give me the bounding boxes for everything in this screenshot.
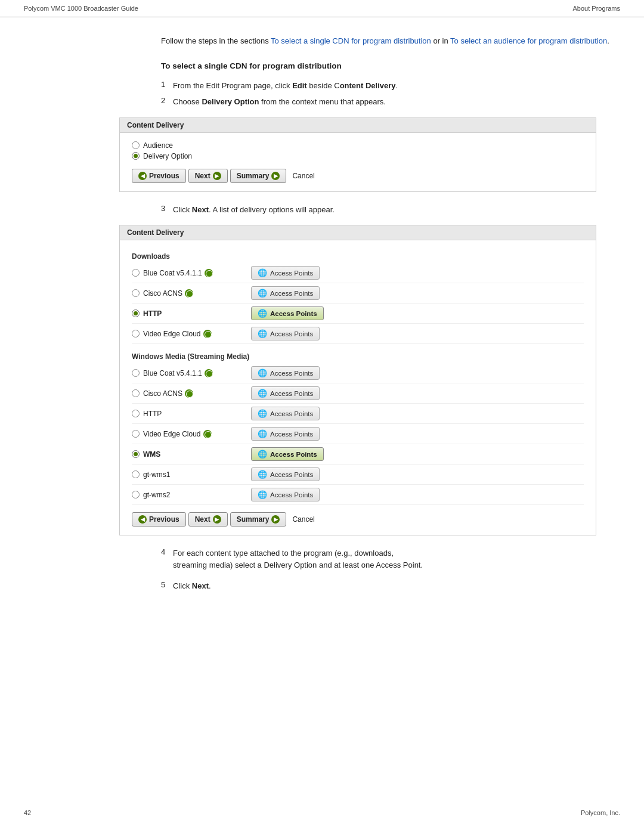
dl-vec-radio[interactable]: Video Edge Cloud xyxy=(132,330,251,338)
wm-cisco-access-btn[interactable]: 🌐 Access Points xyxy=(251,386,320,400)
delivery-row-gt-wms2: gt-wms2 🌐 Access Points xyxy=(132,485,584,505)
wm-http-access-btn[interactable]: 🌐 Access Points xyxy=(251,407,320,420)
step-4-num: 4 xyxy=(161,547,173,556)
dl-bluecoat-tree-icon: 🌐 xyxy=(258,268,267,277)
gt-wms2-access-btn[interactable]: 🌐 Access Points xyxy=(251,488,320,501)
step-4-container: 4 For each content type attached to the … xyxy=(161,547,620,571)
downloads-label: Downloads xyxy=(132,249,584,263)
panel-2-next-button[interactable]: Next ▶ xyxy=(188,512,228,527)
gt-wms2-radio[interactable]: gt-wms2 xyxy=(132,491,251,499)
gt-wms2-access-label: Access Points xyxy=(270,491,313,498)
panel-1-title: Content Delivery xyxy=(120,118,596,133)
dl-vec-access-btn[interactable]: 🌐 Access Points xyxy=(251,327,320,340)
panel-2-cancel-button[interactable]: Cancel xyxy=(292,515,314,524)
step-3-text: Click Next. A list of delivery options w… xyxy=(173,204,620,216)
dl-vec-label: Video Edge Cloud xyxy=(143,330,201,338)
header-left: Polycom VMC 1000 Broadcaster Guide xyxy=(24,5,138,12)
dl-cisco-access-btn[interactable]: 🌐 Access Points xyxy=(251,286,320,300)
wms-access-label: Access Points xyxy=(270,451,317,458)
wm-bluecoat-tree-icon: 🌐 xyxy=(258,368,267,377)
dl-http-circle xyxy=(132,309,140,317)
panel-2-summary-label: Summary xyxy=(237,515,270,524)
panel-2-previous-button[interactable]: ◀ Previous xyxy=(132,512,186,527)
panel2-next-icon: ▶ xyxy=(213,515,221,524)
wm-vec-radio[interactable]: Video Edge Cloud xyxy=(132,430,251,438)
wms-tree-icon: 🌐 xyxy=(258,450,267,459)
wm-bluecoat-access-btn[interactable]: 🌐 Access Points xyxy=(251,366,320,380)
wm-http-access-label: Access Points xyxy=(270,410,313,417)
wm-cisco-globe-icon xyxy=(185,389,193,398)
content-delivery-panel-2: Content Delivery Downloads Blue Coat v5.… xyxy=(119,225,596,535)
summary-icon: ▶ xyxy=(271,172,280,180)
dl-http-access-btn[interactable]: 🌐 Access Points xyxy=(251,306,324,320)
gt-wms1-radio[interactable]: gt-wms1 xyxy=(132,470,251,479)
dl-bluecoat-access-label: Access Points xyxy=(270,270,313,277)
panel-2-btn-row: ◀ Previous Next ▶ Summary ▶ Cancel xyxy=(132,512,584,527)
gt-wms1-access-btn[interactable]: 🌐 Access Points xyxy=(251,467,320,481)
delivery-row-dl-http: HTTP 🌐 Access Points xyxy=(132,304,584,324)
radio-audience-label: Audience xyxy=(143,141,173,150)
dl-cisco-radio[interactable]: Cisco ACNS xyxy=(132,289,251,298)
wms-radio[interactable]: WMS xyxy=(132,450,251,459)
dl-cisco-circle xyxy=(132,289,140,297)
wm-cisco-tree-icon: 🌐 xyxy=(258,389,267,398)
intro-text-before: Follow the steps in the sections xyxy=(161,36,271,45)
panel-1-previous-button[interactable]: ◀ Previous xyxy=(132,169,186,183)
gt-wms2-label: gt-wms2 xyxy=(143,491,170,499)
delivery-row-dl-cisco: Cisco ACNS 🌐 Access Points xyxy=(132,283,584,304)
panel-1-previous-label: Previous xyxy=(149,172,179,180)
dl-cisco-globe-icon xyxy=(185,289,193,298)
panel-1-next-button[interactable]: Next ▶ xyxy=(188,169,228,183)
wm-vec-tree-icon: 🌐 xyxy=(258,429,267,438)
wm-http-radio[interactable]: HTTP xyxy=(132,410,251,418)
wm-http-label: HTTP xyxy=(143,410,162,418)
wm-http-tree-icon: 🌐 xyxy=(258,409,267,418)
radio-audience-circle xyxy=(132,141,140,149)
delivery-row-wm-cisco: Cisco ACNS 🌐 Access Points xyxy=(132,383,584,404)
wms-circle xyxy=(132,450,140,458)
link-audience[interactable]: To select an audience for program distri… xyxy=(450,36,607,45)
wm-vec-circle xyxy=(132,430,140,438)
wm-vec-globe-icon xyxy=(203,430,212,438)
next-icon: ▶ xyxy=(213,172,221,180)
delivery-row-wm-bluecoat: Blue Coat v5.4.1.1 🌐 Access Points xyxy=(132,363,584,383)
dl-bluecoat-access-btn[interactable]: 🌐 Access Points xyxy=(251,266,320,280)
page-footer: 42 Polycom, Inc. xyxy=(0,804,644,821)
panel-1-summary-button[interactable]: Summary ▶ xyxy=(230,169,287,183)
step-2-num: 2 xyxy=(161,96,173,105)
wm-vec-label: Video Edge Cloud xyxy=(143,430,201,438)
gt-wms1-circle xyxy=(132,470,140,478)
wm-cisco-radio[interactable]: Cisco ACNS xyxy=(132,389,251,398)
dl-http-tree-icon: 🌐 xyxy=(258,309,267,318)
panel-2-next-label: Next xyxy=(195,515,210,524)
dl-bluecoat-radio[interactable]: Blue Coat v5.4.1.1 xyxy=(132,269,251,277)
wms-access-btn[interactable]: 🌐 Access Points xyxy=(251,447,324,461)
intro-text-middle: or in xyxy=(431,36,450,45)
panel-1-body: Audience Delivery Option ◀ Previous Next… xyxy=(120,133,596,191)
wm-bluecoat-radio[interactable]: Blue Coat v5.4.1.1 xyxy=(132,369,251,377)
dl-http-access-label: Access Points xyxy=(270,310,317,317)
step-1-num: 1 xyxy=(161,80,173,89)
radio-delivery-option[interactable]: Delivery Option xyxy=(132,152,584,160)
content-delivery-panel-1: Content Delivery Audience Delivery Optio… xyxy=(119,117,596,192)
footer-page-num: 42 xyxy=(24,809,31,816)
gt-wms1-label: gt-wms1 xyxy=(143,470,170,479)
panel2-summary-icon: ▶ xyxy=(271,515,280,524)
dl-bluecoat-circle xyxy=(132,269,140,277)
step-5-num: 5 xyxy=(161,580,173,589)
radio-audience[interactable]: Audience xyxy=(132,141,584,150)
intro-text-after: . xyxy=(607,36,609,45)
page-header: Polycom VMC 1000 Broadcaster Guide About… xyxy=(0,0,644,17)
step-1: 1 From the Edit Program page, click Edit… xyxy=(161,80,620,92)
dl-http-radio[interactable]: HTTP xyxy=(132,309,251,318)
delivery-row-gt-wms1: gt-wms1 🌐 Access Points xyxy=(132,465,584,485)
link-single-cdn[interactable]: To select a single CDN for program distr… xyxy=(271,36,431,45)
step-3: 3 Click Next. A list of delivery options… xyxy=(161,204,620,216)
panel-1-summary-label: Summary xyxy=(237,172,270,180)
panel-2-summary-button[interactable]: Summary ▶ xyxy=(230,512,287,527)
wm-vec-access-btn[interactable]: 🌐 Access Points xyxy=(251,427,320,441)
wm-bluecoat-label: Blue Coat v5.4.1.1 xyxy=(143,369,202,377)
panel-1-cancel-button[interactable]: Cancel xyxy=(292,172,314,180)
wm-http-circle xyxy=(132,410,140,417)
delivery-row-dl-vec: Video Edge Cloud 🌐 Access Points xyxy=(132,324,584,344)
